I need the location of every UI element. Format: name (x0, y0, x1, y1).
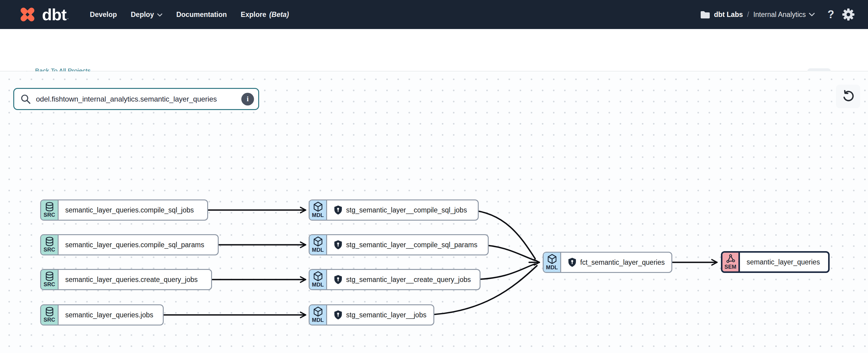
node-label: semantic_layer_queries.create_query_jobs (65, 276, 198, 284)
nav-link-documentation[interactable]: Documentation (176, 10, 227, 19)
node-badge-label: SRC (43, 246, 55, 253)
database-icon (45, 237, 54, 246)
help-button[interactable]: ? (828, 9, 834, 20)
cube-icon (547, 254, 557, 264)
node-badge-mdl: MDL (310, 305, 327, 325)
node-badge-label: SRC (43, 282, 55, 288)
dbt-logo[interactable]: dbt . (17, 4, 69, 25)
node-badge-sem: SEM (722, 253, 740, 271)
node-label: semantic_layer_queries.compile_sql_jobs (65, 206, 194, 214)
contract-shield-icon (334, 310, 342, 320)
lineage-node-src2[interactable]: SRCsemantic_layer_queries.compile_sql_pa… (40, 234, 219, 255)
contract-shield-icon (334, 275, 342, 285)
node-badge-label: MDL (312, 317, 324, 323)
node-label: semantic_layer_queries (747, 258, 820, 266)
settings-button[interactable] (842, 8, 855, 21)
breadcrumb: dbt Labs / Internal Analytics (700, 10, 815, 19)
contract-shield-icon (568, 258, 577, 267)
node-badge-src: SRC (41, 305, 59, 325)
node-body: semantic_layer_queries (740, 253, 827, 271)
nav-link-deploy[interactable]: Deploy (131, 10, 162, 19)
node-badge-mdl: MDL (310, 270, 327, 289)
node-badge-label: MDL (546, 264, 558, 271)
lineage-node-mdl1[interactable]: MDLstg_semantic_layer__compile_sql_jobs (309, 200, 479, 220)
lineage-canvas[interactable]: odel.fishtown_internal_analytics.semanti… (0, 71, 868, 353)
lineage-node-mdl3[interactable]: MDLstg_semantic_layer__create_query_jobs (309, 269, 480, 290)
node-label: stg_semantic_layer__create_query_jobs (346, 276, 471, 284)
reset-icon (842, 90, 855, 103)
node-body: stg_semantic_layer__compile_sql_params (327, 235, 484, 255)
nav-link-develop[interactable]: Develop (90, 10, 117, 19)
lineage-node-mdl2[interactable]: MDLstg_semantic_layer__compile_sql_param… (309, 234, 489, 255)
lineage-search-input[interactable]: odel.fishtown_internal_analytics.semanti… (13, 88, 259, 110)
dbt-explorer-page: dbt . DevelopDeployDocumentationExplore(… (0, 0, 868, 353)
node-body: semantic_layer_queries.create_query_jobs (59, 270, 205, 289)
node-label: stg_semantic_layer__jobs (346, 311, 427, 319)
semantic-model-icon (726, 254, 736, 264)
database-icon (45, 202, 54, 211)
chevron-down-icon (809, 13, 815, 17)
node-label: stg_semantic_layer__compile_sql_params (346, 241, 477, 249)
primary-nav: DevelopDeployDocumentationExplore(Beta) (90, 10, 289, 19)
project-header: ← Back To All Projects Internal Analytic… (0, 29, 868, 71)
dbt-logo-icon (17, 4, 38, 25)
node-badge-label: MDL (312, 247, 324, 253)
node-label: fct_semantic_layer_queries (580, 258, 665, 267)
beta-tag: (Beta) (269, 10, 289, 19)
top-navbar: dbt . DevelopDeployDocumentationExplore(… (0, 0, 868, 29)
node-badge-mdl: MDL (310, 200, 327, 220)
dbt-logo-text: dbt (42, 5, 66, 24)
node-badge-label: MDL (312, 212, 324, 218)
folder-icon (700, 10, 710, 19)
database-icon (45, 271, 54, 281)
node-body: semantic_layer_queries.compile_sql_param… (59, 235, 211, 255)
node-badge-src: SRC (41, 270, 59, 289)
search-value: odel.fishtown_internal_analytics.semanti… (36, 95, 241, 104)
cube-icon (313, 271, 323, 282)
breadcrumb-org[interactable]: dbt Labs (700, 10, 743, 19)
node-body: stg_semantic_layer__create_query_jobs (327, 270, 477, 289)
database-icon (45, 307, 54, 317)
node-body: stg_semantic_layer__compile_sql_jobs (327, 200, 473, 220)
node-badge-mdl: MDL (544, 253, 561, 272)
lineage-node-fct[interactable]: MDLfct_semantic_layer_queries (543, 252, 672, 273)
project-selector[interactable]: Internal Analytics (753, 10, 815, 19)
lineage-node-src1[interactable]: SRCsemantic_layer_queries.compile_sql_jo… (40, 200, 208, 220)
node-label: stg_semantic_layer__compile_sql_jobs (346, 206, 467, 214)
contract-shield-icon (334, 240, 342, 249)
search-info-icon[interactable]: i (241, 93, 254, 106)
dbt-logo-dot: . (67, 13, 69, 21)
node-label: semantic_layer_queries.compile_sql_param… (65, 241, 204, 249)
lineage-node-mdl4[interactable]: MDLstg_semantic_layer__jobs (309, 304, 434, 325)
node-body: fct_semantic_layer_queries (561, 253, 672, 272)
node-badge-src: SRC (41, 200, 59, 220)
edge-mdl3-fct (472, 264, 535, 280)
node-badge-label: SRC (43, 317, 55, 323)
gear-icon (842, 8, 855, 21)
lineage-node-src3[interactable]: SRCsemantic_layer_queries.create_query_j… (40, 269, 212, 290)
chevron-down-icon (157, 13, 162, 17)
lineage-node-sem[interactable]: SEMsemantic_layer_queries (721, 251, 830, 273)
node-badge-src: SRC (41, 235, 59, 255)
node-badge-label: SRC (43, 212, 55, 218)
cube-icon (313, 306, 323, 317)
reset-view-button[interactable] (836, 85, 860, 108)
contract-shield-icon (334, 205, 342, 215)
node-body: stg_semantic_layer__jobs (327, 305, 433, 325)
cube-icon (313, 236, 323, 246)
navbar-right: dbt Labs / Internal Analytics ? (700, 8, 855, 21)
search-icon (20, 94, 31, 105)
cube-icon (313, 202, 323, 212)
node-badge-label: SEM (724, 264, 737, 270)
breadcrumb-separator: / (747, 10, 749, 19)
node-body: semantic_layer_queries.compile_sql_jobs (59, 200, 200, 220)
nav-link-explore[interactable]: Explore(Beta) (241, 10, 289, 19)
node-badge-mdl: MDL (310, 235, 327, 255)
node-label: semantic_layer_queries.jobs (65, 311, 153, 319)
node-body: semantic_layer_queries.jobs (59, 305, 160, 325)
node-badge-label: MDL (312, 282, 324, 288)
lineage-node-src4[interactable]: SRCsemantic_layer_queries.jobs (40, 304, 164, 325)
